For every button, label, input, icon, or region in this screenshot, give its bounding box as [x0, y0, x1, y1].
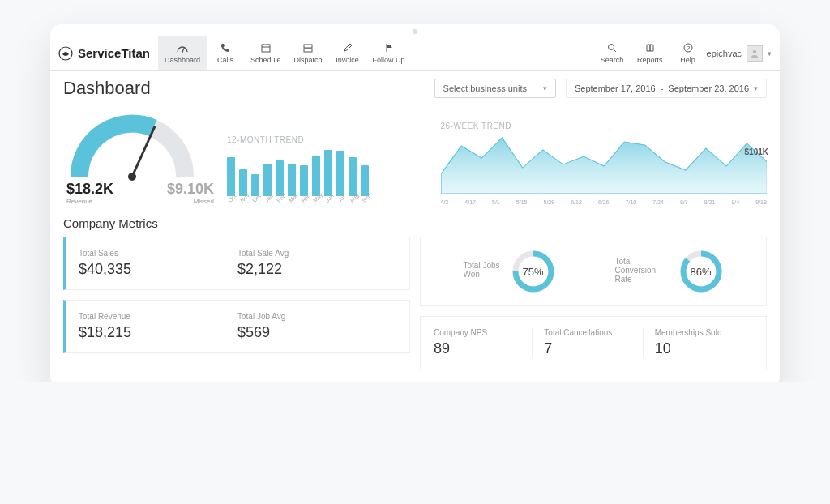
- chevron-down-icon: ▾: [543, 84, 547, 92]
- chevron-down-icon: ▾: [754, 84, 758, 92]
- metric-memberships: Memberships Sold 10: [643, 328, 753, 357]
- bar: [263, 164, 272, 196]
- jobs-won-donut: 75%: [511, 249, 556, 294]
- help-icon: ?: [683, 43, 693, 54]
- conversion-block: Total Conversion Rate 86%: [615, 249, 724, 294]
- revenue-card: Total Revenue $18,215 Total Job Avg $569: [63, 300, 410, 353]
- svg-point-2: [182, 51, 183, 53]
- metric-cancellations: Total Cancellations 7: [532, 328, 642, 357]
- conversion-card: Total Jobs Won 75% Total Conversion Rate: [420, 237, 767, 306]
- bar: [276, 160, 284, 196]
- search-icon: [607, 43, 617, 54]
- nav-label: Calls: [217, 56, 233, 64]
- calendar-icon: [261, 43, 271, 54]
- bar: [288, 164, 296, 196]
- page-title: Dashboard: [63, 78, 151, 99]
- select-label: Select business units: [443, 83, 527, 93]
- brand-logo[interactable]: ServiceTitan: [58, 46, 158, 61]
- svg-line-11: [614, 49, 616, 52]
- bar: [227, 157, 235, 196]
- nav-calls[interactable]: Calls: [207, 36, 244, 70]
- nav-label: Follow Up: [373, 56, 405, 64]
- company-metrics-title: Company Metrics: [50, 205, 780, 237]
- nav-primary: Dashboard Calls Schedule: [158, 36, 412, 70]
- svg-rect-8: [304, 49, 312, 52]
- nav-label: Dashboard: [165, 56, 200, 64]
- camera-dot: [413, 29, 417, 34]
- svg-rect-7: [304, 45, 312, 48]
- pencil-icon: [343, 43, 353, 54]
- date-from: September 17, 2016: [575, 83, 656, 93]
- bar-x-labels: Oct Nov Dec Jan Feb Mar Apr May Jun Jul …: [227, 199, 431, 205]
- nav-secondary: Search Reports ? Help: [593, 36, 707, 70]
- bar: [361, 165, 369, 196]
- bar: [312, 156, 320, 196]
- dispatch-icon: [303, 43, 313, 54]
- metric-job-avg: Total Job Avg $569: [237, 312, 396, 341]
- nav-reports[interactable]: Reports: [631, 36, 670, 70]
- missed-value: $9.10K: [167, 181, 214, 198]
- user-menu[interactable]: epichvac ▾: [707, 45, 772, 62]
- nav-help[interactable]: ? Help: [670, 36, 707, 70]
- area-chart: [441, 134, 767, 194]
- trend26-title: 26-WEEK TREND: [441, 122, 767, 130]
- revenue-label: Revenue: [66, 198, 113, 205]
- metric-nps: Company NPS 89: [434, 328, 532, 357]
- missed-label: Missed: [167, 198, 214, 205]
- trend-12-month: 12-MONTH TREND Oct No: [227, 135, 431, 205]
- phone-icon: [220, 43, 230, 54]
- metrics-left: Total Sales $40,335 Total Sale Avg $2,12…: [63, 237, 410, 369]
- nav-followup[interactable]: Follow Up: [366, 36, 412, 70]
- chevron-down-icon: ▾: [768, 49, 772, 58]
- top-nav: ServiceTitan Dashboard Calls: [50, 36, 780, 71]
- nav-dispatch[interactable]: Dispatch: [288, 36, 329, 70]
- nav-label: Search: [601, 56, 624, 64]
- date-range-picker[interactable]: September 17, 2016 - September 23, 2016 …: [566, 79, 767, 98]
- username: epichvac: [707, 49, 742, 58]
- svg-rect-3: [262, 45, 270, 52]
- dashboard-icon: [177, 43, 188, 54]
- bar: [300, 165, 308, 196]
- revenue-value: $18.2K: [66, 181, 113, 198]
- nav-invoice[interactable]: Invoice: [329, 36, 366, 70]
- gauge-missed: $9.10K Missed: [167, 181, 214, 205]
- nav-label: Help: [680, 56, 695, 64]
- gauge-chart: [63, 104, 201, 181]
- svg-text:?: ?: [686, 45, 690, 52]
- jobs-won-block: Total Jobs Won 75%: [464, 249, 556, 294]
- nav-search[interactable]: Search: [593, 36, 631, 70]
- gauge-panel: $18.2K Revenue $9.10K Missed: [63, 104, 217, 205]
- stats-card: Company NPS 89 Total Cancellations 7 Mem…: [420, 316, 767, 369]
- bar: [324, 150, 332, 196]
- trend-26-week: 26-WEEK TREND $101K 4/3 4/17 5/1 5/1: [441, 122, 767, 205]
- nav-dashboard[interactable]: Dashboard: [158, 36, 207, 70]
- metrics-right: Total Jobs Won 75% Total Conversion Rate: [420, 237, 767, 369]
- brand-text: ServiceTitan: [78, 46, 150, 60]
- trend12-title: 12-MONTH TREND: [227, 135, 431, 144]
- metric-total-revenue: Total Revenue $18,215: [79, 312, 237, 341]
- nav-schedule[interactable]: Schedule: [244, 36, 288, 70]
- bar: [336, 151, 344, 196]
- svg-point-14: [753, 49, 757, 53]
- subheader: Dashboard Select business units ▾ Septem…: [50, 71, 780, 99]
- svg-point-16: [128, 173, 136, 181]
- charts-row: $18.2K Revenue $9.10K Missed 12-MONTH TR…: [50, 99, 780, 205]
- bar: [349, 157, 357, 196]
- metrics-grid: Total Sales $40,335 Total Sale Avg $2,12…: [50, 237, 780, 382]
- screen: ServiceTitan Dashboard Calls: [50, 36, 780, 382]
- avatar-icon: [747, 45, 763, 62]
- nav-label: Dispatch: [294, 56, 323, 64]
- business-unit-select[interactable]: Select business units ▾: [434, 79, 556, 98]
- metric-total-sales: Total Sales $40,335: [79, 249, 237, 278]
- metric-sale-avg: Total Sale Avg $2,122: [237, 249, 396, 278]
- brand-icon: [58, 46, 73, 61]
- bar-chart: [227, 147, 431, 196]
- nav-label: Reports: [637, 56, 663, 64]
- area-end-label: $101K: [745, 147, 768, 156]
- laptop-frame: ServiceTitan Dashboard Calls: [50, 24, 780, 382]
- gauge-revenue: $18.2K Revenue: [66, 181, 113, 205]
- nav-label: Schedule: [250, 56, 281, 64]
- svg-point-10: [609, 44, 614, 49]
- reports-icon: [645, 43, 655, 54]
- sales-card: Total Sales $40,335 Total Sale Avg $2,12…: [63, 237, 410, 290]
